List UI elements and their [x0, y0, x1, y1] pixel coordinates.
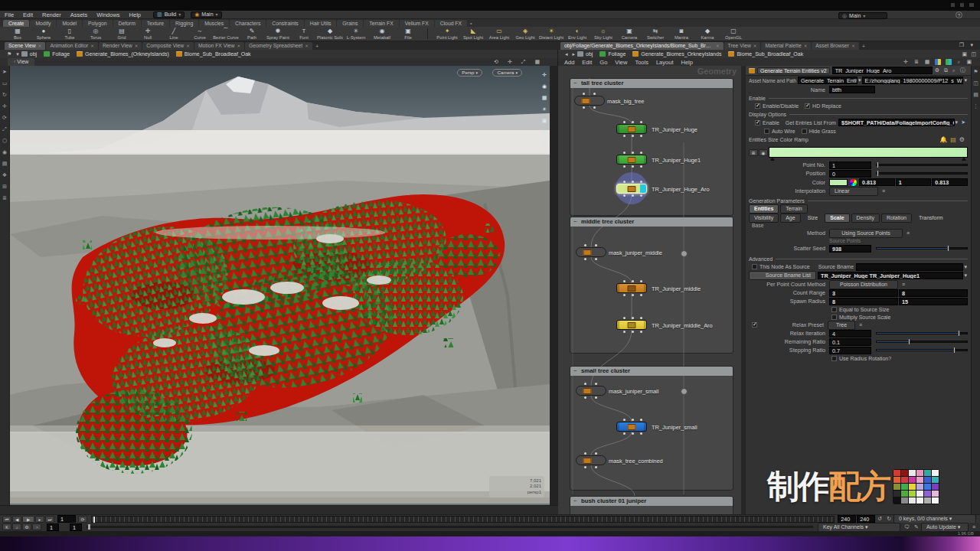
- close-icon[interactable]: ✕: [135, 42, 139, 50]
- breadcrumb-foliage[interactable]: Foliage: [599, 51, 626, 57]
- menu-assets[interactable]: Assets: [66, 11, 93, 19]
- tool-path[interactable]: ✎Path: [239, 28, 265, 40]
- tool-karma[interactable]: ◆Karma: [694, 28, 720, 40]
- equal-source-size-checkbox[interactable]: [831, 307, 837, 312]
- close-icon[interactable]: ✕: [38, 42, 42, 50]
- realtime-button[interactable]: ◔: [32, 523, 41, 530]
- shelf-tab-grains[interactable]: Grains: [337, 20, 363, 27]
- edit-icon[interactable]: ✎: [912, 524, 921, 530]
- ramp-view-button[interactable]: ◉: [759, 149, 768, 156]
- list-icon[interactable]: ≣: [912, 59, 921, 65]
- close-icon[interactable]: ✕: [305, 42, 309, 50]
- display-options-icon[interactable]: ✛: [540, 69, 549, 80]
- tool-grid[interactable]: ▤Grid: [109, 28, 135, 40]
- menu-help[interactable]: Help: [125, 11, 145, 19]
- persp-selector[interactable]: Persp▾: [457, 69, 482, 77]
- shelf-tab-overflow-icon[interactable]: •: [470, 20, 472, 27]
- pin-icon[interactable]: ⚑: [972, 66, 980, 77]
- desktop-selector[interactable]: ▥ Build▾: [153, 11, 185, 18]
- breadcrumb-generate-biomes[interactable]: Generate_Biomes_(OrkneyIslands): [77, 51, 169, 57]
- hide-grass-checkbox[interactable]: [802, 129, 807, 134]
- ramp-bar[interactable]: [769, 147, 968, 158]
- wireframe-icon[interactable]: ▦: [540, 92, 549, 103]
- shelf-tab-rigging[interactable]: Rigging: [170, 20, 198, 27]
- menu-icon[interactable]: ≣: [0, 192, 9, 204]
- menu-windows[interactable]: Windows: [92, 11, 124, 19]
- close-icon[interactable]: ✕: [237, 42, 240, 50]
- audio-button[interactable]: ♪: [12, 523, 21, 530]
- breadcrumb-obj[interactable]: obj: [577, 51, 593, 57]
- net-menu-tools[interactable]: Tools: [635, 59, 648, 66]
- search-icon[interactable]: ⌕: [950, 67, 958, 73]
- this-node-source-checkbox[interactable]: [752, 264, 757, 269]
- node-tr-juniper-middle-aro[interactable]: [616, 320, 647, 330]
- grid-icon[interactable]: ▤: [972, 89, 980, 100]
- file-chooser-icon[interactable]: ➤: [959, 119, 968, 126]
- color-wheel-icon[interactable]: [850, 179, 857, 186]
- tool-metaball[interactable]: ◉Metaball: [369, 28, 395, 40]
- menu-icon[interactable]: ≡: [970, 524, 978, 530]
- chevron-down-icon[interactable]: ▾: [963, 264, 968, 270]
- menu-icon[interactable]: ≡: [900, 282, 907, 287]
- search-icon[interactable]: ⌕: [955, 59, 962, 65]
- tab-material-palette[interactable]: Material Palette✕: [761, 42, 811, 50]
- net-menu-go[interactable]: Go: [599, 59, 607, 66]
- subtab-age[interactable]: Age: [780, 214, 800, 223]
- tool-sky-light[interactable]: ☼Sky Light: [590, 28, 616, 40]
- subtab-size[interactable]: Size: [802, 214, 824, 223]
- tool-platonic[interactable]: ◆Platonic Solids: [317, 28, 343, 40]
- chevron-down-icon[interactable]: ▾: [963, 272, 968, 279]
- enable-disable-checkbox[interactable]: [755, 103, 760, 109]
- subtab-visibility[interactable]: Visibility: [749, 214, 779, 223]
- tool-sphere[interactable]: ●Sphere: [31, 28, 57, 40]
- network-dot[interactable]: [681, 388, 688, 395]
- pane-maximize-icon[interactable]: ❐: [957, 42, 966, 48]
- pane-menu-icon[interactable]: ▾: [968, 42, 975, 48]
- node-tr-juniper-huge-aro[interactable]: [616, 184, 647, 194]
- color-g-field[interactable]: 1: [896, 178, 932, 186]
- shelf-tab-cloud-fx[interactable]: Cloud FX: [435, 20, 467, 27]
- tool-file[interactable]: ▣File: [395, 28, 421, 40]
- redo-icon[interactable]: ↻: [884, 516, 893, 522]
- close-icon[interactable]: ✕: [186, 42, 190, 50]
- relax-preset-combo[interactable]: Tree: [828, 321, 855, 330]
- color-b-field[interactable]: 0.813: [932, 178, 968, 186]
- autokey-button[interactable]: K: [2, 523, 11, 530]
- tab-tree-view[interactable]: Tree View✕: [724, 42, 761, 50]
- more-icon[interactable]: ⋮: [972, 100, 980, 112]
- subtab-density[interactable]: Density: [851, 214, 880, 223]
- new-tab-icon[interactable]: +: [315, 43, 318, 50]
- net-menu-edit[interactable]: Edit: [582, 59, 592, 66]
- name-field[interactable]: btfh: [829, 86, 875, 93]
- color-ramp-widget[interactable]: ⊞ ◉: [746, 144, 971, 161]
- asset-name-field[interactable]: Generate_Terrain_Entit...: [798, 77, 858, 84]
- node-mask-juniper-middle[interactable]: [576, 247, 606, 257]
- rotate-tool-icon[interactable]: ⟳: [0, 112, 9, 123]
- close-icon[interactable]: ✕: [90, 42, 94, 50]
- shelf-tab-characters[interactable]: Characters: [230, 20, 266, 27]
- shelf-tab-terrain-fx[interactable]: Terrain FX: [364, 20, 398, 27]
- tool-point-light[interactable]: ✦Point Light: [434, 28, 460, 40]
- network-dot[interactable]: [681, 250, 688, 257]
- auto-wire-checkbox[interactable]: [764, 129, 769, 134]
- tool-lsystem[interactable]: ✳L-System: [343, 28, 369, 40]
- method-combo[interactable]: Using Source Points: [829, 229, 903, 238]
- breadcrumb-biome-sub[interactable]: Biome_Sub_Broadleaf_Oak: [728, 51, 803, 57]
- shading-icon[interactable]: ◉: [540, 80, 549, 92]
- breadcrumb-biome-sub[interactable]: Biome_Sub_Broadleaf_Oak: [176, 51, 251, 57]
- auto-update-combo[interactable]: Auto Update ▾: [921, 523, 969, 532]
- anim-options-button[interactable]: ⚙: [22, 523, 31, 530]
- add-icon[interactable]: ⊞: [0, 181, 9, 192]
- net-menu-view[interactable]: View: [615, 59, 627, 66]
- undo-icon[interactable]: ↺: [875, 516, 884, 522]
- tool-curve[interactable]: ～Curve: [187, 28, 213, 40]
- count-method-combo[interactable]: Poisson Distribution: [829, 280, 898, 289]
- move-tool-icon[interactable]: ✛: [0, 100, 9, 112]
- tool-bezier[interactable]: ⌒Bezier Curve: [213, 28, 239, 40]
- range-end2-field[interactable]: 240: [857, 515, 875, 523]
- node-tr-juniper-huge[interactable]: [616, 124, 647, 134]
- handles-icon[interactable]: ⬡: [0, 135, 9, 146]
- jump-end-button[interactable]: ⏭: [45, 516, 54, 523]
- tab-scene-view[interactable]: Scene View✕: [5, 42, 45, 50]
- tool-spray-paint[interactable]: ✺Spray Paint: [265, 28, 291, 40]
